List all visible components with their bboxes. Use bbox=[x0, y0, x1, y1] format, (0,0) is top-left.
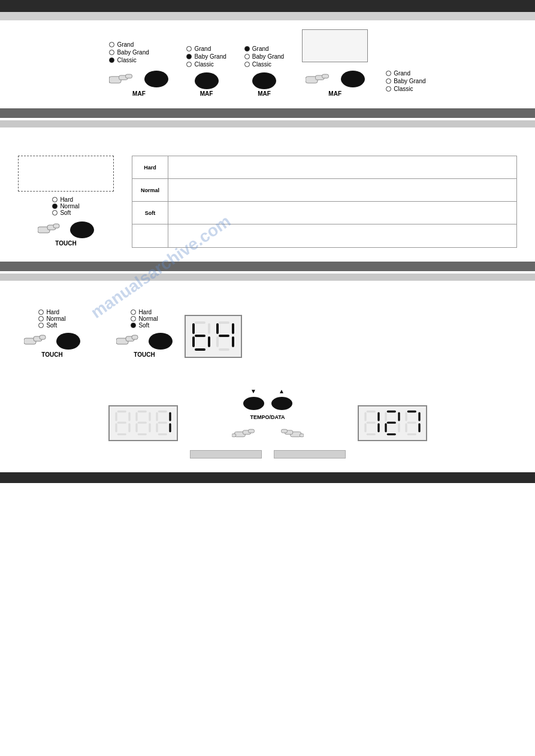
svg-rect-62 bbox=[366, 421, 375, 423]
radio-label-classic-1: Classic bbox=[117, 57, 136, 63]
svg-rect-20 bbox=[192, 336, 195, 347]
table-row-normal: Normal bbox=[132, 179, 516, 202]
maf-button-1[interactable] bbox=[144, 71, 168, 87]
table-col-extra-label bbox=[132, 224, 168, 247]
tempo-oval-up[interactable] bbox=[271, 397, 292, 410]
touch-radio-options: Hard Normal Soft bbox=[52, 196, 79, 216]
svg-rect-6 bbox=[322, 74, 328, 78]
touch-label-left: TOUCH bbox=[41, 351, 62, 358]
top-bar-dark bbox=[0, 0, 499, 12]
svg-rect-54 bbox=[232, 434, 236, 437]
radio-grand-5: Grand bbox=[386, 70, 425, 77]
svg-rect-39 bbox=[149, 412, 150, 421]
radio-circle-soft-touch bbox=[52, 210, 58, 215]
svg-rect-71 bbox=[398, 423, 400, 432]
radio-hard-left: Hard bbox=[38, 309, 65, 315]
radio-normal-left: Normal bbox=[38, 315, 65, 322]
table-col-soft-label: Soft bbox=[132, 202, 168, 224]
svg-rect-29 bbox=[219, 348, 229, 351]
radio-label-classic-2: Classic bbox=[194, 61, 213, 68]
maf-section: Grand Baby Grand Classic bbox=[0, 20, 535, 106]
radio-soft-right: Soft bbox=[131, 322, 158, 329]
radio-grand-2: Grand bbox=[186, 45, 226, 52]
seg-digit-2-right bbox=[384, 410, 401, 436]
svg-rect-42 bbox=[149, 423, 150, 432]
tempo-hands-row bbox=[232, 426, 304, 444]
hand-row-1 bbox=[109, 68, 168, 89]
table-row-extra bbox=[132, 224, 516, 247]
svg-rect-43 bbox=[137, 433, 146, 435]
touch-button-right[interactable] bbox=[149, 333, 173, 350]
tempo-down-button: ▼ bbox=[243, 388, 264, 410]
radio-label-classic-5: Classic bbox=[394, 86, 413, 92]
bottom-display-left bbox=[108, 405, 178, 441]
dashed-box bbox=[18, 156, 114, 192]
touch-button-left[interactable] bbox=[56, 333, 80, 350]
radio-grand-1: Grand bbox=[109, 41, 149, 48]
seg-digit-1-right bbox=[364, 410, 380, 436]
radio-label-babygrand-3: Baby Grand bbox=[252, 53, 284, 60]
touch-hand-row bbox=[38, 221, 94, 239]
svg-rect-67 bbox=[385, 412, 386, 421]
tempo-oval-down[interactable] bbox=[243, 397, 264, 410]
radio-label-classic-3: Classic bbox=[252, 61, 271, 68]
maf-label-1: MAF bbox=[132, 90, 146, 97]
seg-digit-6 bbox=[192, 321, 211, 352]
svg-rect-33 bbox=[117, 421, 126, 423]
svg-rect-34 bbox=[115, 423, 117, 432]
maf-label-3: MAF bbox=[258, 90, 271, 97]
radio-label-grand-2: Grand bbox=[194, 45, 211, 52]
seg-display-64 bbox=[185, 315, 242, 358]
svg-rect-60 bbox=[364, 412, 366, 421]
svg-rect-47 bbox=[158, 421, 167, 423]
arrow-up-icon: ▲ bbox=[279, 388, 285, 394]
maf-group-4: MAF bbox=[302, 29, 368, 97]
radio-options-3: Grand Baby Grand Classic bbox=[244, 45, 284, 68]
radio-circle-hard-touch bbox=[52, 197, 58, 202]
svg-rect-16 bbox=[195, 321, 205, 324]
svg-rect-18 bbox=[208, 323, 210, 334]
radio-circle-hard-right bbox=[131, 309, 136, 315]
table-col-soft-content bbox=[168, 202, 516, 224]
svg-rect-31 bbox=[115, 412, 117, 421]
svg-rect-15 bbox=[132, 335, 138, 339]
touch-radio-group: Hard Normal Soft bbox=[52, 196, 79, 216]
hand-row-3 bbox=[252, 72, 276, 89]
radio-circle-soft-right bbox=[131, 323, 136, 328]
radio-label-grand-3: Grand bbox=[252, 45, 269, 52]
radio-label-hard-touch: Hard bbox=[60, 196, 73, 203]
radio-circle-grand-2 bbox=[186, 46, 192, 51]
radio-babygrand-3: Baby Grand bbox=[244, 53, 284, 60]
radio-label-babygrand-5: Baby Grand bbox=[394, 78, 425, 84]
touch-hand-row-left bbox=[24, 332, 80, 350]
radio-circle-classic-5 bbox=[386, 86, 391, 92]
touch-hand-icon-right bbox=[116, 332, 146, 350]
touch-button[interactable] bbox=[70, 221, 94, 238]
touch-hand-icon bbox=[38, 221, 68, 239]
maf-button-2[interactable] bbox=[195, 72, 219, 89]
touch-left: Hard Normal Soft TOUCH bbox=[18, 156, 114, 247]
radio-circle-grand-5 bbox=[386, 71, 391, 76]
radio-babygrand-2: Baby Grand bbox=[186, 53, 226, 60]
radio-label-babygrand-1: Baby Grand bbox=[117, 49, 149, 56]
bar-labels-row bbox=[190, 450, 346, 459]
tempo-hand-left bbox=[232, 426, 262, 444]
radio-options-5: Grand Baby Grand Classic bbox=[386, 70, 425, 92]
radio-babygrand-1: Baby Grand bbox=[109, 49, 149, 56]
touch-group-right-wrapper: Hard Normal Soft TOUCH bbox=[116, 309, 242, 358]
svg-rect-64 bbox=[377, 423, 379, 432]
section-bar-1 bbox=[0, 108, 535, 118]
maf-button-3[interactable] bbox=[252, 72, 276, 89]
maf-button-4[interactable] bbox=[341, 71, 365, 87]
svg-rect-17 bbox=[192, 323, 195, 334]
tempo-up-button: ▲ bbox=[271, 388, 292, 410]
svg-rect-74 bbox=[405, 412, 407, 421]
radio-grand-3: Grand bbox=[244, 45, 284, 52]
svg-rect-57 bbox=[281, 429, 287, 433]
table-col-normal-content bbox=[168, 179, 516, 201]
svg-rect-9 bbox=[53, 224, 59, 228]
touch-label: TOUCH bbox=[55, 240, 76, 247]
svg-rect-69 bbox=[386, 421, 395, 423]
svg-rect-19 bbox=[195, 335, 205, 337]
svg-rect-36 bbox=[117, 433, 126, 435]
